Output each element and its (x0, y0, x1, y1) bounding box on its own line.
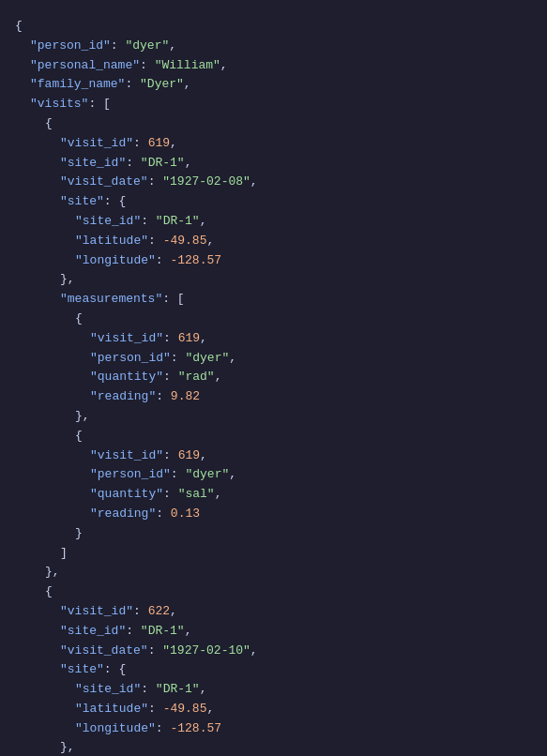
json-line: { (15, 582, 532, 602)
json-token-punctuation: , (251, 643, 258, 658)
json-line: "site_id": "DR-1", (15, 154, 532, 174)
json-token-colon: : (104, 194, 119, 208)
json-line: "site": { (15, 660, 532, 680)
json-token-key: "reading" (90, 389, 156, 403)
json-token-punctuation: , (200, 331, 207, 345)
json-line: { (15, 17, 532, 37)
json-token-string-val: "sal" (178, 487, 215, 501)
json-line: "person_id": "dyer", (15, 37, 532, 56)
json-line: "quantity": "sal", (15, 485, 532, 505)
json-token-punctuation: , (229, 467, 236, 481)
json-token-string-val: "1927-02-10" (162, 643, 251, 658)
json-viewer: {"person_id": "dyer","personal_name": "W… (0, 9, 547, 756)
json-token-colon: : (141, 214, 156, 228)
json-line: }, (15, 407, 532, 427)
json-token-colon: : (162, 292, 177, 306)
json-token-key: "visit_date" (60, 174, 148, 189)
json-token-brace: } (75, 526, 83, 540)
json-token-string-val: "dyer" (185, 467, 229, 481)
json-line: "latitude": -49.85, (15, 232, 532, 251)
json-token-brace: }, (45, 565, 60, 579)
json-line: { (15, 114, 532, 134)
json-line: "visit_id": 619, (15, 134, 532, 154)
json-token-number-val: 619 (178, 448, 200, 462)
json-token-punctuation: , (229, 351, 236, 365)
json-line: "site_id": "DR-1", (15, 622, 532, 642)
json-token-punctuation: , (215, 487, 222, 501)
json-token-number-val: -128.57 (170, 253, 221, 267)
json-token-colon: : (163, 448, 178, 462)
json-token-string-val: "dyer" (185, 351, 229, 365)
json-line: "site": { (15, 192, 532, 212)
json-token-brace: ] (60, 546, 68, 560)
json-token-key: "family_name" (30, 77, 125, 91)
json-token-colon: : (148, 174, 163, 189)
json-token-key: "latitude" (75, 234, 148, 248)
json-token-string-val: "DR-1" (156, 682, 200, 696)
json-line: "person_id": "dyer", (15, 349, 532, 369)
json-token-string-val: "William" (155, 58, 220, 72)
json-token-colon: : (126, 624, 141, 638)
json-token-key: "longitude" (75, 721, 156, 735)
json-token-punctuation: , (200, 214, 207, 228)
json-line: "latitude": -49.85, (15, 700, 532, 719)
json-line: "reading": 9.82 (15, 387, 532, 407)
json-token-number-val: 619 (148, 136, 170, 150)
json-token-colon: : (171, 351, 186, 365)
json-line: }, (15, 738, 532, 756)
json-token-brace: [ (103, 97, 111, 111)
json-token-number-val: -128.57 (170, 721, 221, 735)
json-line: }, (15, 563, 532, 582)
json-token-colon: : (140, 58, 155, 72)
json-token-key: "visit_id" (90, 448, 163, 462)
json-token-key: "quantity" (90, 370, 163, 384)
json-line: { (15, 310, 532, 329)
json-line: "site_id": "DR-1", (15, 212, 532, 232)
json-token-key: "person_id" (30, 38, 111, 53)
json-token-punctuation: , (170, 136, 177, 150)
json-token-key: "site_id" (60, 156, 126, 170)
json-line: } (15, 524, 532, 544)
json-token-punctuation: , (206, 702, 214, 716)
json-token-punctuation: , (220, 58, 228, 72)
json-token-punctuation: , (185, 624, 192, 638)
json-token-key: "longitude" (75, 253, 156, 267)
json-line: { (15, 427, 532, 446)
json-token-key: "site" (60, 194, 104, 208)
json-line: "visit_date": "1927-02-10", (15, 642, 532, 661)
json-token-key: "visits" (30, 97, 88, 111)
json-line: "visit_date": "1927-02-08", (15, 173, 532, 192)
json-token-key: "quantity" (90, 487, 163, 501)
json-token-punctuation: , (215, 370, 222, 384)
json-line: "reading": 0.13 (15, 505, 532, 524)
json-token-string-val: "1927-02-08" (162, 174, 251, 189)
json-line: "longitude": -128.57 (15, 719, 532, 739)
json-token-colon: : (104, 662, 119, 676)
json-token-colon: : (111, 38, 126, 53)
json-line: "visit_id": 622, (15, 602, 532, 622)
json-token-colon: : (163, 487, 178, 501)
json-line: "personal_name": "William", (15, 56, 532, 76)
json-token-key: "person_id" (90, 467, 171, 481)
json-token-colon: : (148, 234, 163, 248)
json-token-punctuation: , (170, 604, 177, 618)
json-token-key: "latitude" (75, 702, 148, 716)
json-token-colon: : (148, 643, 163, 658)
json-token-key: "visit_id" (90, 331, 163, 345)
json-token-colon: : (163, 370, 178, 384)
json-token-punctuation: , (200, 682, 207, 696)
json-token-string-val: "DR-1" (141, 624, 185, 638)
json-token-colon: : (125, 77, 140, 91)
json-line: "visit_id": 619, (15, 446, 532, 466)
json-token-brace: { (75, 429, 83, 443)
json-token-number-val: 0.13 (171, 507, 200, 521)
json-token-brace: { (45, 116, 53, 130)
json-line: ] (15, 544, 532, 564)
json-token-key: "visit_id" (60, 604, 133, 618)
json-token-string-val: "Dyer" (140, 77, 184, 91)
json-token-colon: : (156, 721, 171, 735)
json-token-punctuation: , (184, 77, 191, 91)
json-token-key: "reading" (90, 507, 156, 521)
json-line: "longitude": -128.57 (15, 251, 532, 271)
json-token-brace: { (75, 311, 83, 325)
